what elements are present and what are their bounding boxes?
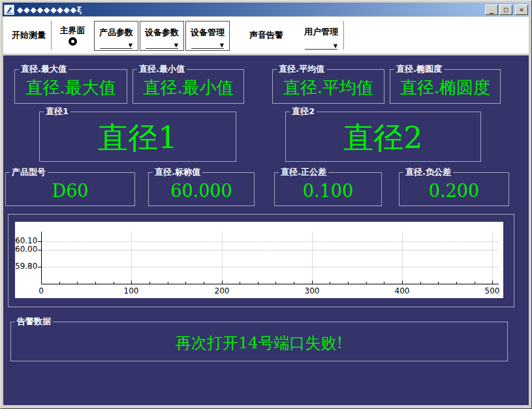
chart-x-minor-tick: [275, 282, 276, 284]
chart-x-tick-label: 400: [392, 286, 412, 296]
app-window: ◆◆◆◆◆◆◆◆◆ξ _ □ ✕ 开始测量 主界面 产品参数 ▼ 设备参数 ▼ …: [0, 0, 532, 409]
user-manage-dropdown[interactable]: ▼: [305, 41, 337, 50]
alarm-data-panel: 告警数据 再次打开14号端口失败!: [10, 322, 508, 361]
field-diameter-2: 直径2 直径2: [285, 112, 481, 162]
chart-y-tick: [38, 241, 41, 242]
maximize-button[interactable]: □: [499, 5, 512, 15]
field-value: 直径.最大值: [15, 70, 127, 103]
chart-x-tick-label: 500: [482, 286, 502, 296]
chart-x-gridline: [402, 232, 403, 284]
pen-logo-icon: [5, 6, 13, 14]
toolbar-button-user-manage[interactable]: 用户管理 ▼: [301, 21, 341, 51]
trend-chart-panel: 60.1060.0059.800100200300400500: [8, 214, 514, 307]
chart-x-tick: [41, 280, 42, 284]
chart-x-tick-label: 300: [302, 286, 322, 296]
field-label: 直径.平均值: [277, 64, 326, 74]
chart-x-minor-tick: [294, 282, 294, 284]
field-plus-tolerance: 直径.正公差 0.100: [274, 172, 382, 206]
toolbar-button-device-manage[interactable]: 设备管理 ▼: [185, 21, 230, 51]
product-params-dropdown[interactable]: ▼: [100, 40, 133, 49]
chart-x-tick: [131, 280, 132, 284]
field-value: 直径2: [286, 112, 480, 161]
field-value: 60.000: [149, 173, 254, 205]
toolbar: 开始测量 主界面 产品参数 ▼ 设备参数 ▼ 设备管理 ▼ 声音告警 用户管理 …: [3, 17, 529, 53]
chevron-down-icon: ▼: [334, 43, 337, 49]
toolbar-button-start-measure[interactable]: 开始测量: [8, 18, 49, 52]
chart-x-tick: [312, 280, 313, 284]
chart-x-minor-tick: [258, 282, 258, 284]
chart-y-tick: [38, 267, 41, 267]
chart-x-gridline: [131, 232, 132, 284]
chart-x-minor-tick: [95, 282, 96, 284]
field-diameter-avg: 直径.平均值 直径.平均值: [272, 69, 384, 104]
toolbar-separator: [51, 21, 52, 50]
chart-x-gridline: [222, 232, 223, 284]
chart-x-minor-tick: [240, 282, 240, 284]
chart-x-tick: [222, 280, 223, 284]
chart-x-minor-tick: [456, 282, 457, 284]
toolbar-button-label: 开始测量: [12, 30, 46, 40]
field-diameter-ovality: 直径.椭圆度 直径.椭圆度: [390, 69, 501, 104]
field-value: 直径.最小值: [133, 70, 243, 103]
toolbar-button-main-screen[interactable]: 主界面: [54, 18, 91, 52]
close-button[interactable]: ✕: [515, 5, 528, 15]
chevron-down-icon: ▼: [129, 42, 133, 48]
field-value: 0.100: [275, 173, 381, 205]
minimize-button[interactable]: _: [485, 5, 498, 15]
toolbar-button-label: 主界面: [60, 25, 86, 36]
toolbar-button-label: 用户管理: [304, 27, 338, 37]
chevron-down-icon: ▼: [174, 42, 178, 48]
chart-x-minor-tick: [366, 282, 367, 284]
chart-y-gridline: [42, 250, 499, 250]
device-params-dropdown[interactable]: ▼: [146, 40, 178, 49]
field-value: 直径.椭圆度: [390, 70, 500, 103]
chart-y-gridline: [42, 241, 499, 242]
chart-x-minor-tick: [204, 282, 204, 284]
chart-x-gridline: [312, 232, 313, 284]
chart-x-minor-tick: [420, 282, 421, 284]
field-label: 直径.最大值: [19, 64, 69, 74]
field-label: 直径1: [44, 106, 70, 117]
toolbar-button-label: 产品参数: [99, 27, 133, 38]
field-diameter-max: 直径.最大值 直径.最大值: [14, 69, 127, 104]
trend-chart: 60.1060.0059.800100200300400500: [15, 222, 503, 298]
chart-x-tick-label: 0: [31, 286, 51, 296]
toolbar-button-label: 声音告警: [249, 30, 283, 40]
field-nominal-value: 直径.标称值 60.000: [148, 172, 255, 206]
toolbar-button-device-params[interactable]: 设备参数 ▼: [140, 21, 184, 51]
field-value: 直径.平均值: [273, 70, 384, 103]
toolbar-button-product-params[interactable]: 产品参数 ▼: [94, 21, 138, 51]
field-value: 直径1: [40, 112, 236, 161]
field-label: 直径.椭圆度: [394, 64, 444, 74]
window-title: ◆◆◆◆◆◆◆◆◆ξ: [17, 5, 482, 14]
field-label: 直径.正公差: [279, 167, 328, 177]
field-label: 直径.标称值: [153, 167, 202, 177]
chart-x-tick: [492, 280, 493, 284]
circle-icon: [69, 37, 77, 46]
field-label: 产品型号: [10, 167, 48, 177]
chart-x-tick: [402, 280, 403, 284]
chart-x-minor-tick: [330, 282, 330, 284]
chart-y-axis: [41, 232, 42, 284]
chart-x-minor-tick: [59, 282, 60, 284]
alarm-label: 告警数据: [15, 316, 53, 327]
chart-x-minor-tick: [149, 282, 150, 284]
chart-x-minor-tick: [438, 282, 439, 284]
device-manage-dropdown[interactable]: ▼: [191, 40, 224, 49]
field-value: D60: [6, 173, 134, 205]
chevron-down-icon: ▼: [220, 42, 224, 48]
client-area: 直径.最大值 直径.最大值 直径.最小值 直径.最小值 直径.平均值 直径.平均…: [3, 55, 529, 405]
toolbar-button-label: 设备管理: [191, 27, 225, 38]
toolbar-button-sound-alarm[interactable]: 声音告警: [241, 18, 292, 52]
alarm-message: 再次打开14号端口失败!: [11, 322, 507, 361]
chart-x-minor-tick: [114, 282, 114, 284]
chart-x-minor-tick: [77, 282, 78, 284]
chart-y-tick: [38, 250, 41, 250]
app-icon: [4, 5, 14, 15]
toolbar-button-label: 设备参数: [145, 27, 179, 38]
field-label: 直径.最小值: [137, 64, 187, 74]
field-value: 0.200: [399, 173, 509, 205]
chart-x-minor-tick: [168, 282, 168, 284]
field-product-model: 产品型号 D60: [5, 172, 135, 206]
chart-y-gridline: [42, 267, 499, 267]
